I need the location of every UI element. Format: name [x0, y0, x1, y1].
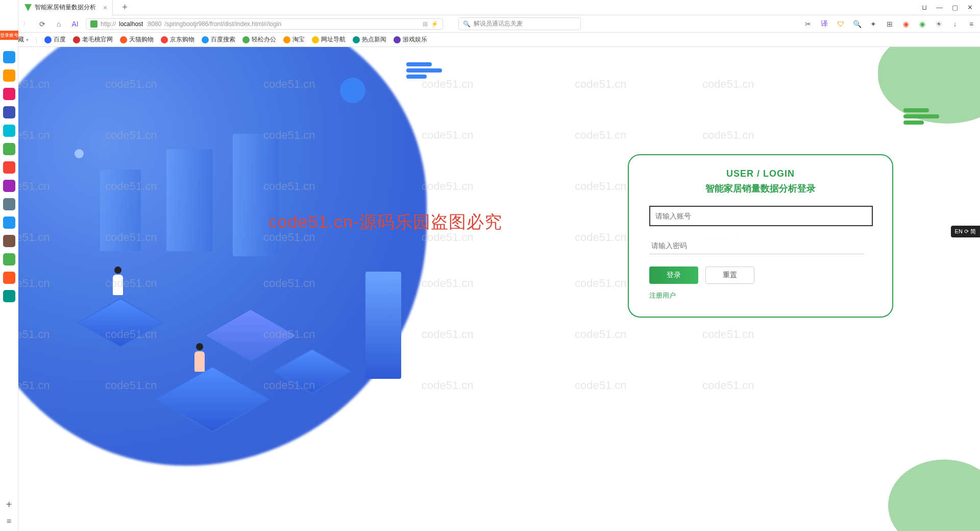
- tab-close-icon[interactable]: ×: [103, 4, 107, 12]
- nav-forward-icon[interactable]: 〉: [20, 18, 32, 30]
- bookmark-item[interactable]: 京东购物: [161, 35, 194, 44]
- url-port: :8080: [146, 20, 161, 28]
- sidebar-app-icon[interactable]: [3, 69, 15, 82]
- tab-favicon-icon: [24, 4, 32, 11]
- search-placeholder: 解说员通话忘关麦: [474, 19, 523, 28]
- url-host: localhost: [119, 20, 143, 28]
- watermark-text: code51.cn: [575, 180, 627, 193]
- sidebar-app-icon[interactable]: [3, 106, 15, 118]
- cloud-icon: [406, 62, 442, 79]
- nav-home-icon[interactable]: ⌂: [53, 18, 64, 30]
- sidebar-app-icon[interactable]: [3, 125, 15, 137]
- login-panel: USER / LOGIN 智能家居销量数据分析登录 登录 重置 注册用户: [628, 154, 893, 318]
- reset-button[interactable]: 重置: [705, 267, 754, 284]
- sidebar-app-icon[interactable]: [3, 290, 15, 302]
- login-title-en: USER / LOGIN: [649, 168, 872, 179]
- shield-ext-icon[interactable]: 🛡: [836, 19, 845, 29]
- bookmark-item[interactable]: 百度搜索: [202, 35, 235, 44]
- watermark-text: code51.cn: [702, 328, 754, 341]
- tab-title: 智能家居销量数据分析: [35, 3, 96, 12]
- circle2-icon[interactable]: ◉: [918, 19, 927, 29]
- sidebar-app-icon[interactable]: [3, 198, 15, 210]
- bookmark-item[interactable]: 游戏娱乐: [394, 35, 427, 44]
- security-shield-icon: [90, 20, 97, 28]
- flash-icon[interactable]: ⚡: [431, 20, 438, 28]
- watermark-text: code51.cn: [575, 277, 627, 290]
- cloud-icon: [903, 108, 939, 125]
- address-bar[interactable]: http://localhost:8080/springbootjr986/fr…: [86, 18, 443, 30]
- translate-icon[interactable]: 译: [820, 19, 829, 29]
- watermark-text: code51.cn: [422, 328, 474, 341]
- url-scheme: http://: [101, 20, 116, 28]
- browser-titlebar: ◎ 智能家居销量数据分析 × + ⊔ — ▢ ✕: [0, 0, 980, 15]
- watermark-text: code51.cn: [422, 379, 474, 392]
- search-icon: 🔍: [463, 20, 471, 28]
- watermark-text: code51.cn: [702, 129, 754, 142]
- bookmark-item[interactable]: 网址导航: [312, 35, 346, 44]
- sidebar-app-icon[interactable]: [3, 51, 15, 63]
- watermark-text: code51.cn: [575, 231, 627, 244]
- watermark-text: code51.cn: [422, 277, 474, 290]
- window-extra-icon[interactable]: ⊔: [922, 4, 927, 11]
- bookmark-item[interactable]: 天猫购物: [120, 35, 154, 44]
- background-blob: [888, 460, 980, 531]
- browser-navbar: 〈 〉 ⟳ ⌂ AI http://localhost:8080/springb…: [0, 15, 980, 33]
- extension-icon[interactable]: ✦: [869, 19, 878, 29]
- menu-icon[interactable]: ≡: [967, 19, 976, 29]
- nav-ai-icon[interactable]: AI: [69, 18, 81, 30]
- language-badge[interactable]: EN ⟳ 简: [951, 226, 980, 237]
- watermark-text: code51.cn: [702, 78, 754, 91]
- apps-icon[interactable]: ⊞: [885, 19, 894, 29]
- hero-illustration: [49, 139, 406, 425]
- login-title-zh: 智能家居销量数据分析登录: [649, 182, 872, 195]
- watermark-red: code51.cn-源码乐园盗图必究: [268, 210, 502, 234]
- bookmark-item[interactable]: 热点新闻: [353, 35, 386, 44]
- page-content: USER / LOGIN 智能家居销量数据分析登录 登录 重置 注册用户 cod…: [18, 47, 980, 531]
- watermark-text: code51.cn: [422, 78, 474, 91]
- sidebar-app-icon[interactable]: [3, 235, 15, 247]
- watermark-text: code51.cn: [422, 180, 474, 193]
- download-icon[interactable]: ↓: [950, 19, 960, 29]
- sidebar-app-icon[interactable]: [3, 143, 15, 155]
- password-input[interactable]: [649, 237, 864, 254]
- watermark-text: code51.cn: [575, 379, 627, 392]
- brightness-icon[interactable]: ☀: [934, 19, 943, 29]
- watermark-text: code51.cn: [575, 129, 627, 142]
- sidebar-add-icon[interactable]: +: [6, 499, 12, 511]
- sidebar-app-icon[interactable]: [3, 253, 15, 266]
- url-path: /springbootjr986/front/dist/index.html#/…: [164, 20, 281, 28]
- browser-search-box[interactable]: 🔍 解说员通话忘关麦: [458, 17, 581, 30]
- window-maximize-icon[interactable]: ▢: [952, 4, 958, 11]
- register-link[interactable]: 注册用户: [649, 291, 872, 300]
- bookmark-item[interactable]: 百度: [44, 35, 66, 44]
- sidebar-app-icon[interactable]: [3, 180, 15, 192]
- sidebar-app-icon[interactable]: [3, 88, 15, 100]
- watermark-text: code51.cn: [575, 78, 627, 91]
- qr-icon[interactable]: ⊞: [423, 20, 428, 28]
- username-input[interactable]: [649, 206, 873, 226]
- window-close-icon[interactable]: ✕: [967, 4, 973, 11]
- search-ext-icon[interactable]: 🔍: [852, 19, 862, 29]
- sidebar-app-icon[interactable]: [3, 161, 15, 174]
- nav-reload-icon[interactable]: ⟳: [37, 18, 48, 30]
- login-button[interactable]: 登录: [649, 267, 698, 284]
- bookmark-item[interactable]: 淘宝: [283, 35, 305, 44]
- circle1-icon[interactable]: ◉: [901, 19, 911, 29]
- window-minimize-icon[interactable]: —: [936, 4, 943, 11]
- bookmarks-bar: ★收藏▾ | 百度 老毛桃官网 天猫购物 京东购物 百度搜索 轻松办公 淘宝 网…: [0, 33, 980, 47]
- login-badge[interactable]: 登录账号: [0, 31, 18, 40]
- sidebar-app-icon[interactable]: [3, 216, 15, 229]
- browser-left-sidebar: 登录账号 + ≡: [0, 0, 18, 531]
- sidebar-menu-icon[interactable]: ≡: [7, 517, 11, 526]
- watermark-text: code51.cn: [575, 328, 627, 341]
- browser-tab[interactable]: 智能家居销量数据分析 ×: [19, 0, 113, 15]
- watermark-text: code51.cn: [702, 379, 754, 392]
- scissors-icon[interactable]: ✂: [803, 19, 813, 29]
- sidebar-app-icon[interactable]: [3, 272, 15, 284]
- new-tab-button[interactable]: +: [117, 2, 133, 13]
- bookmark-item[interactable]: 轻松办公: [242, 35, 276, 44]
- bookmark-item[interactable]: 老毛桃官网: [73, 35, 113, 44]
- watermark-text: code51.cn: [422, 129, 474, 142]
- decorative-circle: [340, 78, 365, 103]
